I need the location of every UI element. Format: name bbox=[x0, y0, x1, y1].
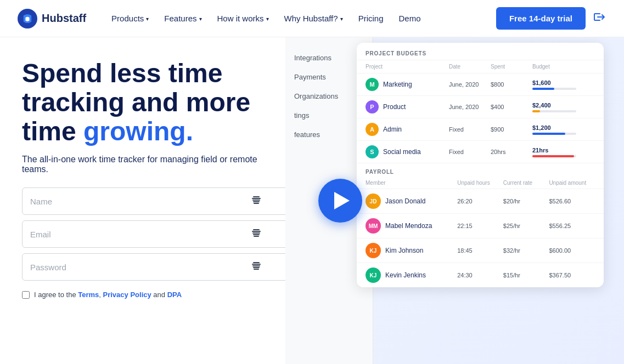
terms-link[interactable]: Terms bbox=[78, 291, 99, 299]
svg-rect-7 bbox=[252, 231, 261, 232]
table-row: M Marketing June, 2020 $800 $1,600 bbox=[357, 73, 604, 95]
budget-bar bbox=[532, 133, 565, 135]
password-input[interactable] bbox=[22, 253, 291, 281]
pcol-rate: Current rate bbox=[503, 180, 549, 186]
project-cell: S Social media bbox=[366, 145, 449, 158]
table-row: MM Mabel Mendoza 22:15 $25/hr $556.25 bbox=[357, 213, 604, 238]
budget-value: $1,200 bbox=[532, 124, 595, 131]
member-amount: $556.25 bbox=[549, 223, 595, 229]
play-button[interactable] bbox=[318, 179, 362, 223]
member-hours: 26:20 bbox=[457, 198, 503, 204]
project-date: June, 2020 bbox=[449, 104, 491, 110]
svg-rect-11 bbox=[253, 262, 260, 263]
table-row: P Product June, 2020 $400 $2,400 bbox=[357, 95, 604, 118]
password-input-icon bbox=[251, 261, 261, 273]
member-hours: 18:45 bbox=[457, 247, 503, 254]
project-avatar: S bbox=[366, 145, 379, 158]
member-rate: $32/hr bbox=[503, 247, 549, 254]
table-row: KJ Kevin Jenkins 24:30 $15/hr $367.50 bbox=[357, 263, 604, 287]
dpa-link[interactable]: DPA bbox=[167, 291, 182, 299]
nav-item-how-it-works[interactable]: How it works ▾ bbox=[210, 9, 277, 27]
nav-right: Free 14-day trial bbox=[496, 7, 606, 30]
chevron-down-icon: ▾ bbox=[266, 16, 269, 22]
project-cell: P Product bbox=[366, 100, 449, 113]
pcol-member: Member bbox=[366, 180, 457, 186]
svg-rect-15 bbox=[254, 269, 259, 270]
email-input[interactable] bbox=[22, 220, 291, 248]
main-content: Spend less time tracking and more time g… bbox=[0, 37, 624, 364]
logo[interactable]: Hubstaff bbox=[18, 9, 86, 29]
member-cell: JD Jason Donald bbox=[366, 194, 457, 209]
project-budget: 21hrs bbox=[532, 147, 595, 157]
hero-section: Spend less time tracking and more time g… bbox=[0, 37, 285, 364]
chevron-down-icon: ▾ bbox=[146, 16, 149, 22]
nav-item-features[interactable]: Features ▾ bbox=[156, 9, 209, 27]
nav-item-products[interactable]: Products ▾ bbox=[104, 9, 156, 27]
play-icon bbox=[334, 192, 350, 209]
project-budget: $1,600 bbox=[532, 79, 595, 90]
terms-text: I agree to the Terms, Privacy Policy and… bbox=[34, 291, 182, 299]
member-avatar: MM bbox=[366, 218, 381, 234]
member-hours: 22:15 bbox=[457, 223, 503, 229]
project-budgets-title: PROJECT BUDGETS bbox=[357, 43, 604, 60]
budget-bar-wrap bbox=[532, 88, 576, 90]
member-cell: KJ Kim Johnson bbox=[366, 243, 457, 258]
payroll-rows: JD Jason Donald 26:20 $20/hr $526.60 MM … bbox=[357, 189, 604, 287]
member-avatar: JD bbox=[366, 194, 381, 209]
email-input-icon bbox=[251, 228, 261, 240]
nav-item-demo[interactable]: Demo bbox=[391, 9, 429, 27]
member-amount: $367.50 bbox=[549, 272, 595, 278]
pcol-hours: Unpaid hours bbox=[457, 180, 503, 186]
login-icon[interactable] bbox=[592, 10, 606, 27]
hero-subtext: The all-in-one work time tracker for man… bbox=[22, 155, 263, 174]
name-input[interactable] bbox=[22, 187, 291, 215]
project-name: Admin bbox=[383, 126, 402, 133]
payroll-title: PAYROLL bbox=[357, 163, 604, 177]
project-cell: M Marketing bbox=[366, 78, 449, 91]
member-rate: $20/hr bbox=[503, 198, 549, 204]
name-form-group bbox=[22, 187, 268, 215]
svg-rect-13 bbox=[252, 265, 260, 266]
hero-headline: Spend less time tracking and more time g… bbox=[22, 59, 268, 146]
col-budget: Budget bbox=[532, 64, 595, 70]
project-spent: $900 bbox=[491, 126, 532, 133]
table-row: KJ Kim Johnson 18:45 $32/hr $600.00 bbox=[357, 238, 604, 263]
col-project: Project bbox=[366, 64, 449, 70]
table-row: JD Jason Donald 26:20 $20/hr $526.60 bbox=[357, 189, 604, 213]
svg-rect-9 bbox=[253, 234, 260, 235]
svg-rect-12 bbox=[252, 264, 261, 265]
project-name: Product bbox=[383, 103, 406, 111]
budget-bar bbox=[532, 110, 540, 112]
svg-rect-2 bbox=[252, 198, 261, 199]
member-avatar: KJ bbox=[366, 243, 381, 258]
nav-item-why-hubstaff[interactable]: Why Hubstaff? ▾ bbox=[277, 9, 351, 27]
logo-icon bbox=[18, 9, 37, 29]
table-row: A Admin Fixed $900 $1,200 bbox=[357, 118, 604, 140]
budget-bar-wrap bbox=[532, 133, 576, 135]
budget-value: 21hrs bbox=[532, 147, 595, 153]
password-form-group bbox=[22, 253, 268, 281]
budget-bar-wrap bbox=[532, 155, 576, 157]
logo-text: Hubstaff bbox=[42, 12, 86, 25]
project-spent: $800 bbox=[491, 81, 532, 88]
col-spent: Spent bbox=[491, 64, 532, 70]
project-date: Fixed bbox=[449, 126, 491, 133]
member-name: Mabel Mendoza bbox=[385, 222, 432, 230]
member-name: Jason Donald bbox=[385, 197, 425, 205]
privacy-link[interactable]: Privacy Policy bbox=[103, 291, 151, 299]
project-date: Fixed bbox=[449, 149, 491, 155]
nav-item-pricing[interactable]: Pricing bbox=[351, 9, 391, 27]
project-name: Marketing bbox=[383, 81, 412, 88]
member-rate: $25/hr bbox=[503, 223, 549, 229]
svg-rect-3 bbox=[252, 200, 260, 201]
budget-bar-wrap bbox=[532, 110, 576, 112]
member-name: Kim Johnson bbox=[385, 247, 423, 254]
project-budget: $1,200 bbox=[532, 124, 595, 135]
budget-bar bbox=[532, 155, 574, 157]
budget-bar bbox=[532, 88, 554, 90]
project-avatar: M bbox=[366, 78, 379, 91]
project-budget: $2,400 bbox=[532, 102, 595, 112]
free-trial-button[interactable]: Free 14-day trial bbox=[496, 7, 586, 30]
terms-checkbox[interactable] bbox=[22, 291, 30, 299]
chevron-down-icon: ▾ bbox=[199, 16, 202, 22]
